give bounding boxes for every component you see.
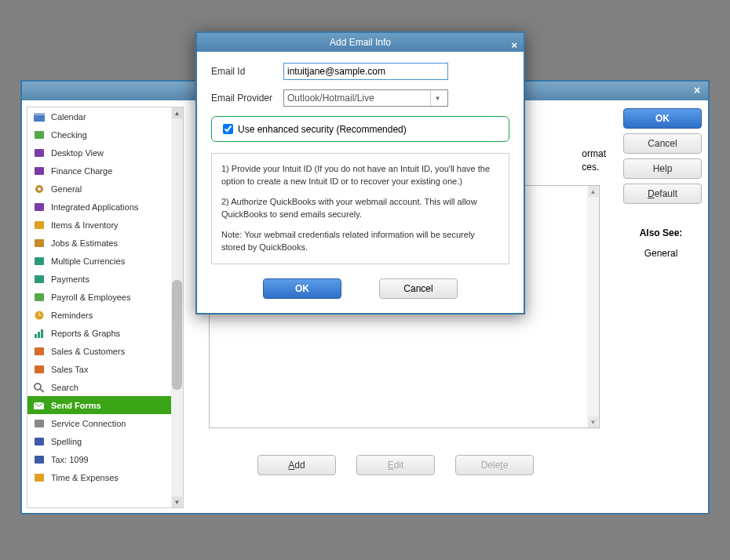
svg-rect-10 (35, 257, 44, 265)
scrollbar-thumb[interactable] (172, 280, 182, 390)
sidebar-item-multiple-currencies[interactable]: Multiple Currencies (27, 252, 183, 270)
svg-rect-18 (41, 329, 43, 338)
svg-rect-7 (35, 203, 44, 211)
dialog-ok-button[interactable]: OK (263, 278, 341, 299)
payroll-icon (32, 291, 46, 304)
tax-icon (32, 363, 46, 376)
sidebar-item-label: Desktop View (51, 148, 104, 158)
sidebar-item-reminders[interactable]: Reminders (27, 306, 183, 324)
svg-rect-26 (35, 456, 44, 464)
chevron-down-icon: ▼ (430, 90, 444, 106)
add-button[interactable]: Add (257, 455, 336, 475)
dialog-close-icon[interactable]: × (511, 36, 517, 55)
sidebar-item-label: Send Forms (51, 401, 101, 410)
list-scroll-down-icon[interactable]: ▼ (588, 416, 598, 427)
search-icon (32, 381, 46, 394)
sidebar-item-calendar[interactable]: Calendar (27, 107, 183, 125)
peek-line2: ces. (582, 162, 599, 173)
sidebar-item-label: Payroll & Employees (51, 293, 131, 302)
edit-button[interactable]: Edit (356, 455, 435, 475)
close-icon[interactable]: × (691, 85, 703, 97)
sidebar-item-reports-graphs[interactable]: Reports & Graphs (27, 324, 183, 342)
tax1099-icon (32, 453, 46, 466)
desktop-icon (32, 147, 46, 159)
sidebar-item-sales-customers[interactable]: Sales & Customers (27, 342, 183, 360)
svg-rect-3 (35, 149, 44, 157)
sidebar-item-label: Spelling (51, 437, 82, 446)
dialog-cancel-button[interactable]: Cancel (379, 278, 458, 299)
sidebar-item-spelling[interactable]: Spelling (27, 432, 183, 450)
sidebar-item-label: Payments (51, 275, 89, 284)
enhanced-security-checkbox[interactable] (223, 124, 233, 134)
add-email-info-dialog: Add Email Info × Email Id Email Provider… (195, 31, 525, 315)
sidebar-item-send-forms[interactable]: Send Forms (27, 396, 183, 414)
svg-rect-8 (35, 221, 44, 229)
chart-icon (32, 327, 46, 340)
sidebar-scrollbar[interactable]: ▲ ▼ (171, 107, 183, 507)
sidebar-item-label: Jobs & Estimates (51, 238, 118, 248)
sidebar-item-checking[interactable]: Checking (27, 125, 183, 144)
apps-icon (32, 201, 46, 213)
svg-point-6 (38, 187, 41, 191)
sidebar-item-tax-1099[interactable]: Tax: 1099 (27, 450, 183, 468)
svg-rect-2 (35, 131, 44, 139)
sales-icon (32, 345, 46, 358)
sidebar-item-label: Sales Tax (51, 365, 89, 374)
gear-icon (32, 183, 46, 195)
peek-line1: ormat (582, 148, 606, 159)
svg-rect-25 (35, 438, 44, 445)
dialog-titlebar: Add Email Info × (197, 33, 524, 52)
email-provider-label: Email Provider (211, 93, 283, 104)
percent-icon (32, 165, 46, 177)
also-see-value: General (623, 248, 699, 259)
svg-rect-20 (35, 365, 44, 373)
svg-line-22 (40, 389, 44, 392)
scroll-up-icon[interactable]: ▲ (172, 107, 182, 118)
svg-rect-12 (35, 293, 44, 301)
email-id-input[interactable] (283, 63, 448, 80)
sidebar-item-payroll-employees[interactable]: Payroll & Employees (27, 288, 183, 306)
sidebar-item-label: Calendar (51, 112, 86, 122)
svg-rect-16 (35, 334, 37, 338)
sidebar-item-desktop-view[interactable]: Desktop View (27, 144, 183, 162)
sidebar-item-payments[interactable]: Payments (27, 270, 183, 288)
help-button[interactable]: Help (623, 158, 702, 179)
default-button[interactable]: Default (623, 184, 702, 204)
sidebar-item-label: Integrated Applications (51, 202, 138, 212)
sidebar-item-service-connection[interactable]: Service Connection (27, 414, 183, 432)
delete-button[interactable]: Delete (455, 455, 534, 475)
svg-point-21 (35, 384, 41, 390)
sidebar-item-search[interactable]: Search (27, 378, 183, 396)
scroll-down-icon[interactable]: ▼ (172, 496, 182, 507)
sidebar-item-time-expenses[interactable]: Time & Expenses (27, 468, 183, 486)
sidebar-item-label: Reminders (51, 311, 93, 320)
ok-button[interactable]: OK (623, 108, 702, 129)
list-scroll-up-icon[interactable]: ▲ (588, 186, 598, 197)
enhanced-security-label: Use enhanced security (Recommended) (238, 124, 407, 135)
sidebar-item-jobs-estimates[interactable]: Jobs & Estimates (27, 234, 183, 252)
clock-icon (32, 309, 46, 322)
time-icon (32, 471, 46, 484)
info-step-2: 2) Authorize QuickBooks with your webmai… (221, 196, 499, 221)
currency-icon (32, 255, 46, 267)
sidebar-item-general[interactable]: General (27, 180, 183, 198)
email-provider-select[interactable]: Outlook/Hotmail/Live ▼ (283, 89, 448, 107)
sidebar-item-items-inventory[interactable]: Items & Inventory (27, 216, 183, 234)
sidebar-item-finance-charge[interactable]: Finance Charge (27, 162, 183, 180)
list-scrollbar[interactable]: ▲ ▼ (587, 186, 599, 427)
sidebar-item-label: General (51, 184, 82, 194)
sidebar-item-label: Time & Expenses (51, 473, 119, 482)
svg-rect-1 (34, 113, 45, 115)
inventory-icon (32, 219, 46, 231)
enhanced-security-box: Use enhanced security (Recommended) (211, 116, 509, 142)
jobs-icon (32, 237, 46, 249)
sidebar-item-sales-tax[interactable]: Sales Tax (27, 360, 183, 378)
partial-background-text: ormat ces. (582, 147, 606, 174)
cancel-button[interactable]: Cancel (623, 133, 702, 154)
sidebar-item-label: Tax: 1099 (51, 455, 89, 464)
sidebar-item-label: Multiple Currencies (51, 256, 125, 266)
provider-selected-value: Outlook/Hotmail/Live (287, 93, 374, 104)
also-see-label: Also See: (623, 227, 699, 238)
sidebar-item-integrated-applications[interactable]: Integrated Applications (27, 198, 183, 216)
right-panel: OK Cancel Help Default Also See: General (614, 100, 708, 515)
